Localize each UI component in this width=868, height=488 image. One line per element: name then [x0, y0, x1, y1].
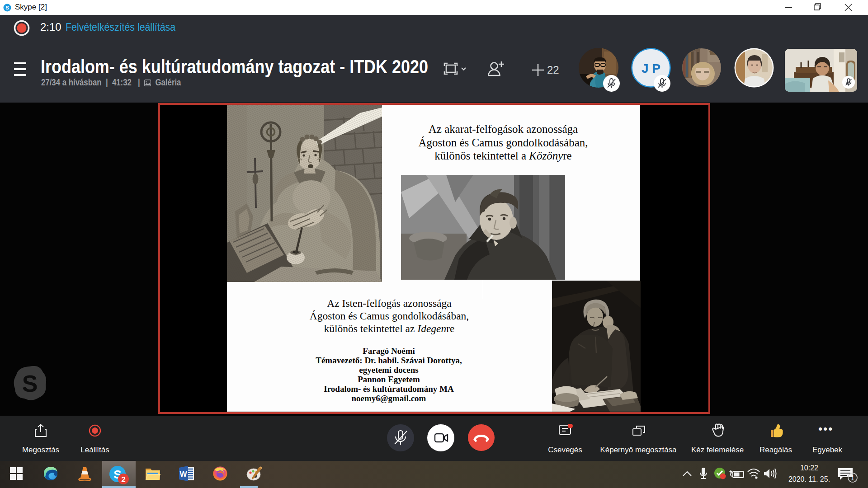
svg-text:S: S [5, 5, 9, 10]
svg-text:2: 2 [121, 475, 125, 484]
svg-text:S: S [22, 371, 38, 397]
svg-text:W: W [179, 470, 187, 479]
svg-text:1: 1 [851, 474, 855, 482]
svg-text:J P: J P [642, 61, 660, 75]
